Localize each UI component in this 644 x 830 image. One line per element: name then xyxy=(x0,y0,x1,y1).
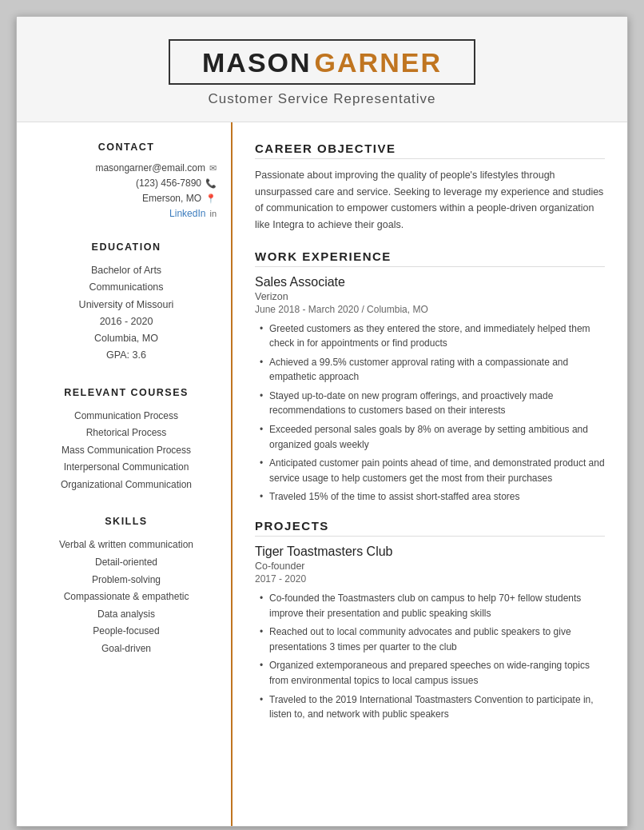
courses-list: Communication Process Rhetorical Process… xyxy=(36,408,217,494)
job-bullets-list: Greeted customers as they entered the st… xyxy=(255,321,605,505)
list-item: Interpersonal Communication xyxy=(36,459,217,477)
list-item: Traveled to the 2019 International Toast… xyxy=(258,692,605,722)
project-role: Co-founder xyxy=(255,561,605,572)
courses-heading: RELEVANT COURSES xyxy=(36,387,217,398)
company-name: Verizon xyxy=(255,291,605,302)
project-bullets-list: Co-founded the Toastmasters club on camp… xyxy=(255,591,605,722)
email-icon: ✉ xyxy=(209,163,217,174)
list-item: Traveled 15% of the time to assist short… xyxy=(258,489,605,505)
email-text: masongarner@email.com xyxy=(95,162,205,174)
list-item: Co-founded the Toastmasters club on camp… xyxy=(258,591,605,621)
linkedin-item[interactable]: LinkedIn in xyxy=(36,208,217,219)
education-section: EDUCATION Bachelor of Arts Communication… xyxy=(36,241,217,365)
job-position-title: Sales Associate xyxy=(255,275,605,289)
edu-city: Columbia, MO xyxy=(36,330,217,347)
skills-list: Verbal & written communication Detail-or… xyxy=(36,537,217,657)
list-item: Exceeded personal sales goals by 8% on a… xyxy=(258,422,605,452)
contact-heading: CONTACT xyxy=(36,142,217,153)
list-item: Detail-oriented xyxy=(36,554,217,572)
list-item: Organizational Communication xyxy=(36,477,217,494)
degree: Bachelor of Arts xyxy=(36,262,217,279)
career-heading: CAREER OBJECTIVE xyxy=(255,142,605,159)
first-name: MASON xyxy=(202,47,312,78)
skills-section: SKILLS Verbal & written communication De… xyxy=(36,516,217,657)
projects-heading: PROJECTS xyxy=(255,519,605,537)
list-item: Problem-solving xyxy=(36,572,217,589)
list-item: Compassionate & empathetic xyxy=(36,589,217,606)
courses-section: RELEVANT COURSES Communication Process R… xyxy=(36,387,217,494)
projects-section: PROJECTS Tiger Toastmasters Club Co-foun… xyxy=(255,519,605,722)
project-dates: 2017 - 2020 xyxy=(255,573,605,585)
phone-item: (123) 456-7890 📞 xyxy=(36,178,217,189)
list-item: Rhetorical Process xyxy=(36,425,217,442)
phone-text: (123) 456-7890 xyxy=(136,178,201,189)
skills-heading: SKILLS xyxy=(36,516,217,527)
list-item: Data analysis xyxy=(36,606,217,624)
list-item: Achieved a 99.5% customer approval ratin… xyxy=(258,355,605,385)
linkedin-icon: in xyxy=(209,209,217,218)
university: University of Missouri xyxy=(36,297,217,313)
career-objective-section: CAREER OBJECTIVE Passionate about improv… xyxy=(255,142,605,233)
list-item: Communication Process xyxy=(36,408,217,425)
location-text: Emerson, MO xyxy=(142,193,201,204)
sidebar: CONTACT masongarner@email.com ✉ (123) 45… xyxy=(17,122,233,826)
list-item: Greeted customers as they entered the st… xyxy=(258,321,605,351)
list-item: Stayed up-to-date on new program offerin… xyxy=(258,389,605,418)
email-item: masongarner@email.com ✉ xyxy=(36,162,217,174)
education-heading: EDUCATION xyxy=(36,241,217,253)
last-name: GARNER xyxy=(315,47,442,78)
work-heading: WORK EXPERIENCE xyxy=(255,249,605,267)
name-box: MASON GARNER xyxy=(169,39,475,85)
job-title-header: Customer Service Representative xyxy=(49,91,595,107)
list-item: Verbal & written communication xyxy=(36,537,217,554)
list-item: People-focused xyxy=(36,623,217,640)
list-item: Goal-driven xyxy=(36,640,217,658)
career-text: Passionate about improving the quality o… xyxy=(255,167,605,233)
education-details: Bachelor of Arts Communications Universi… xyxy=(36,262,217,365)
list-item: Mass Communication Process xyxy=(36,442,217,460)
list-item: Reached out to local community advocates… xyxy=(258,624,605,654)
header-section: MASON GARNER Customer Service Representa… xyxy=(17,17,627,122)
gpa: GPA: 3.6 xyxy=(36,347,217,364)
project-title: Tiger Toastmasters Club xyxy=(255,545,605,559)
linkedin-link[interactable]: LinkedIn xyxy=(169,208,205,219)
edu-years: 2016 - 2020 xyxy=(36,313,217,330)
phone-icon: 📞 xyxy=(205,178,217,189)
contact-section: CONTACT masongarner@email.com ✉ (123) 45… xyxy=(36,142,217,219)
job-meta: June 2018 - March 2020 / Columbia, MO xyxy=(255,304,605,315)
main-content: CAREER OBJECTIVE Passionate about improv… xyxy=(233,122,627,826)
list-item: Anticipated customer pain points ahead o… xyxy=(258,456,605,485)
work-experience-section: WORK EXPERIENCE Sales Associate Verizon … xyxy=(255,249,605,505)
location-item: Emerson, MO 📍 xyxy=(36,193,217,204)
location-icon: 📍 xyxy=(205,194,217,204)
body-section: CONTACT masongarner@email.com ✉ (123) 45… xyxy=(17,122,627,826)
list-item: Organized extemporaneous and prepared sp… xyxy=(258,658,605,688)
resume-container: MASON GARNER Customer Service Representa… xyxy=(16,16,628,827)
major: Communications xyxy=(36,279,217,296)
